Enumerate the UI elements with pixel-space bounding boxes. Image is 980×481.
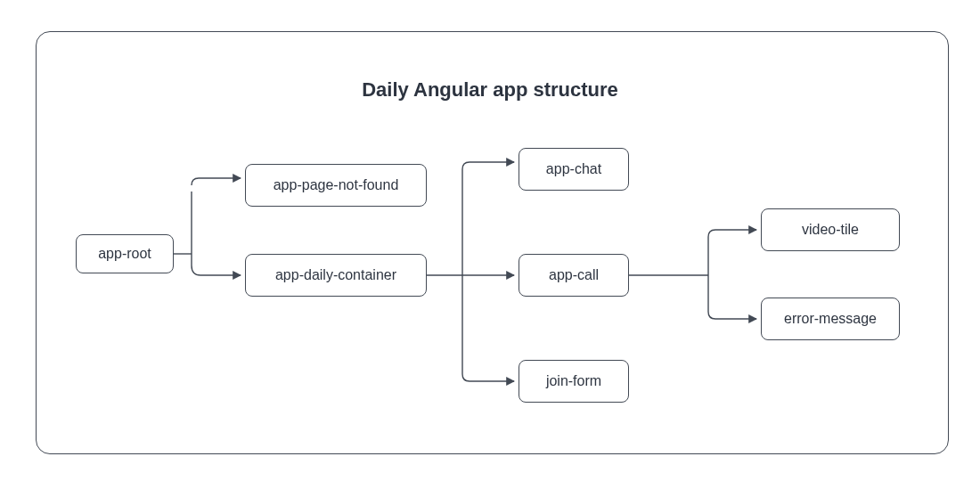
node-label: error-message: [784, 311, 877, 327]
node-label: app-chat: [546, 161, 601, 177]
node-label: app-root: [98, 246, 151, 262]
node-app-chat: app-chat: [519, 148, 629, 191]
node-app-page-not-found: app-page-not-found: [245, 164, 427, 207]
node-app-daily-container: app-daily-container: [245, 254, 427, 297]
node-video-tile: video-tile: [761, 208, 900, 251]
node-label: app-call: [549, 267, 599, 283]
node-label: video-tile: [802, 222, 859, 238]
node-label: join-form: [546, 373, 601, 389]
node-label: app-page-not-found: [274, 177, 399, 193]
node-join-form: join-form: [519, 360, 629, 403]
node-error-message: error-message: [761, 298, 900, 340]
node-label: app-daily-container: [275, 267, 396, 283]
node-app-call: app-call: [519, 254, 629, 297]
diagram-title: Daily Angular app structure: [0, 78, 980, 102]
node-app-root: app-root: [76, 234, 174, 273]
diagram-canvas: Daily Angular app structure app-root app…: [0, 0, 980, 481]
